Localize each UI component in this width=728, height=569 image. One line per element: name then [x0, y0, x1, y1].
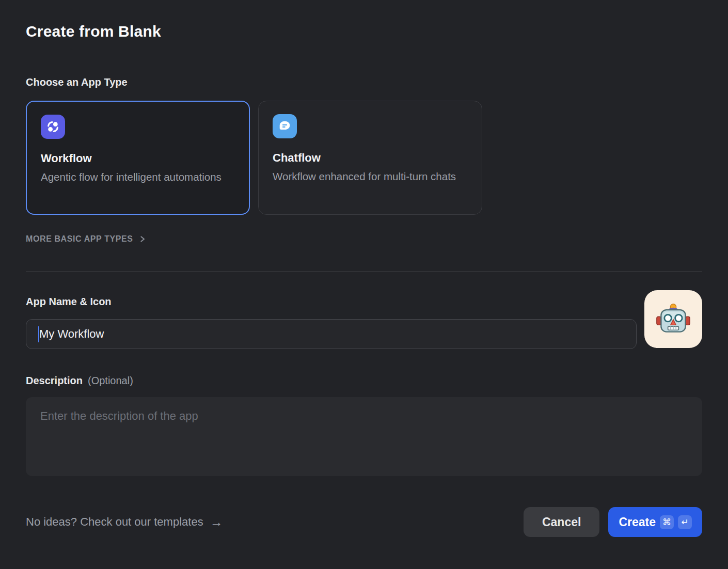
robot-emoji-icon [656, 302, 691, 337]
chevron-right-icon [139, 235, 146, 243]
description-label: Description [26, 374, 83, 387]
app-type-cards: Workflow Agentic flow for intelligent au… [26, 101, 702, 215]
check-templates-link[interactable]: No ideas? Check out our templates → [26, 515, 223, 529]
text-cursor [38, 326, 39, 342]
workflow-card-title: Workflow [41, 152, 235, 165]
description-optional-hint: (Optional) [88, 375, 133, 387]
app-name-input[interactable] [26, 319, 637, 349]
create-app-dialog: Create from Blank Choose an App Type Wor… [0, 0, 728, 569]
dialog-footer: No ideas? Check out our templates → Canc… [26, 507, 702, 537]
app-name-section-label: App Name & Icon [26, 295, 702, 308]
dialog-title: Create from Blank [26, 22, 702, 41]
cmd-key-icon: ⌘ [660, 515, 674, 529]
workflow-card-description: Agentic flow for intelligent automations [41, 169, 235, 185]
more-basic-app-types-link[interactable]: MORE BASIC APP TYPES [26, 234, 146, 244]
create-button-label: Create [619, 515, 656, 529]
description-textarea[interactable] [26, 397, 702, 476]
chatflow-card-title: Chatflow [273, 151, 468, 165]
create-button[interactable]: Create ⌘ ↵ [608, 507, 702, 537]
enter-key-icon: ↵ [678, 515, 692, 529]
section-divider [26, 271, 702, 272]
app-icon-picker[interactable] [644, 290, 702, 348]
chatflow-card-description: Workflow enhanced for multi-turn chats [273, 168, 468, 185]
description-label-row: Description (Optional) [26, 374, 702, 387]
app-type-card-workflow[interactable]: Workflow Agentic flow for intelligent au… [26, 101, 250, 215]
cancel-button[interactable]: Cancel [524, 507, 599, 537]
more-basic-app-types-label: MORE BASIC APP TYPES [26, 234, 133, 244]
description-section: Description (Optional) [26, 374, 702, 476]
workflow-icon [41, 115, 65, 139]
app-type-card-chatflow[interactable]: Chatflow Workflow enhanced for multi-tur… [258, 101, 482, 215]
app-type-section-label: Choose an App Type [26, 75, 702, 89]
check-templates-label: No ideas? Check out our templates [26, 515, 203, 529]
chat-bubble-icon [273, 114, 297, 138]
app-name-section: App Name & Icon [26, 295, 702, 349]
arrow-right-icon: → [210, 516, 223, 529]
app-name-input-wrap [26, 319, 637, 349]
